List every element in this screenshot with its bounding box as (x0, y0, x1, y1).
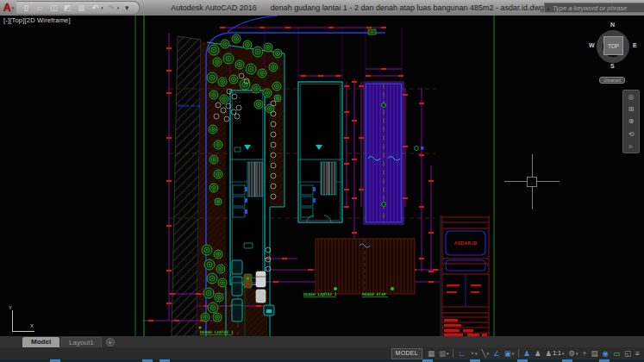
crosshair-pickbox (527, 177, 537, 187)
status-annotation-scale[interactable]: ♟1:1▾ (544, 348, 566, 359)
viewcube[interactable]: N S W E TOP Unnamed (588, 22, 640, 88)
new-file-icon[interactable]: ▯ (20, 3, 32, 13)
label-denah-lantai-1: DENAH LANTAI 1 (200, 330, 234, 334)
status-annotation-autoscale[interactable]: ♟ (533, 348, 543, 359)
tab-layout1[interactable]: Layout1 (61, 337, 101, 347)
roof-plan (364, 82, 403, 224)
status-ortho-mode[interactable]: ∟ (456, 348, 466, 359)
redo-icon[interactable]: ↷ (105, 3, 117, 13)
search-placeholder: Type a keyword or phrase (553, 4, 644, 12)
pan-icon[interactable]: ⊞ (628, 105, 635, 113)
label-median-jalan: MEDIAN JALAN (178, 104, 200, 108)
crosshair-cursor (537, 181, 560, 182)
undo-caret[interactable]: ▾ (101, 5, 103, 10)
status-clean-screen[interactable]: ◱ (622, 348, 633, 359)
plot-icon[interactable]: ▦ (75, 3, 87, 13)
ucs-x-label: X (30, 323, 34, 328)
save-as-icon[interactable]: ◩ (61, 3, 73, 13)
viewcube-south[interactable]: S (610, 63, 615, 69)
status-graphics-performance[interactable]: ◉ (601, 348, 610, 359)
navigation-bar[interactable]: ◎⊞⊕⟲▹ (622, 90, 640, 153)
ucs-icon: Y X (7, 308, 43, 335)
autocad-window: A ▾ ▯▱◫◩▦↶▾↷▾▾ Autodesk AutoCAD 2016 den… (0, 0, 644, 362)
status-customization-plus[interactable]: + (581, 348, 589, 359)
autocad-logo-icon: A (3, 2, 11, 14)
title-block-brand: ASDAR.ID (454, 240, 478, 246)
status-annotation-visibility[interactable]: ♟ (522, 348, 532, 359)
status-separator (453, 349, 453, 358)
navigation-wheel-icon[interactable]: ◎ (628, 93, 635, 101)
crosshair-cursor (532, 187, 533, 209)
car-white (256, 290, 266, 303)
building-b-plan (298, 82, 342, 222)
title-bar: A ▾ ▯▱◫◩▦↶▾↷▾▾ Autodesk AutoCAD 2016 den… (0, 0, 644, 16)
status-bar: MODEL ▦▦▾∟◔▾╲▾∠▣▾♟♟♟1:1▾⚙▾+▤◉▭◱≡ (0, 347, 644, 359)
qat-menu-icon[interactable]: ▾ (121, 3, 133, 13)
building-a-plan (230, 90, 265, 284)
status-quick-properties[interactable]: ▤ (590, 348, 600, 359)
status-polar-tracking[interactable]: ◔▾ (468, 348, 479, 359)
ucs-y-label: Y (9, 305, 12, 310)
add-layout-button[interactable]: + (106, 338, 115, 346)
ucs-y-axis (12, 310, 13, 331)
status-grid-display[interactable]: ▦ (426, 348, 436, 359)
status-object-snap[interactable]: ▣▾ (503, 348, 516, 359)
label-denah-atap: DENAH ATAP (362, 292, 386, 296)
crosshair-cursor (532, 154, 533, 177)
viewcube-north[interactable]: N (610, 22, 615, 28)
open-file-icon[interactable]: ▱ (34, 3, 46, 13)
label-denah-lantai-2: DENAH LANTAI 2 (303, 292, 337, 296)
document-title: denah gudang lantai 1 - 2 dan denah atap… (271, 3, 544, 12)
layout-tabs-bar: Model Layout1 + (0, 336, 644, 347)
viewcube-top-face[interactable]: TOP (603, 36, 623, 55)
road-hatch (172, 36, 201, 336)
search-input[interactable]: ▸ Type a keyword or phrase ◎ (544, 3, 644, 13)
tab-model[interactable]: Model (22, 337, 59, 347)
viewcube-ucs-menu[interactable]: Unnamed (599, 77, 625, 84)
status-annotation-monitor[interactable]: ▭ (611, 348, 622, 359)
point-marker (415, 147, 424, 151)
title-bar-right: ▸ Type a keyword or phrase ◎ ♟ Sign In ▾… (544, 0, 644, 16)
ucs-x-axis (12, 331, 34, 332)
crosshair-cursor (504, 181, 527, 182)
status-object-snap-tracking[interactable]: ∠ (491, 348, 502, 359)
search-expand-icon[interactable]: ▸ (547, 5, 550, 11)
viewport-controls[interactable]: [-][Top][2D Wireframe] (3, 16, 71, 24)
drawing-canvas[interactable]: MEDIAN JALAN DENAH LANTAI 1 DENAH LANTAI… (0, 16, 644, 336)
quick-access-toolbar: ▯▱◫◩▦↶▾↷▾▾ (16, 1, 140, 15)
status-workspace-switching[interactable]: ⚙▾ (566, 348, 579, 359)
zoom-icon[interactable]: ⊕ (628, 117, 635, 125)
orbit-icon[interactable]: ⟲ (628, 130, 635, 138)
chevron-down-icon: ▾ (12, 5, 15, 10)
redo-caret[interactable]: ▾ (117, 5, 120, 10)
car-white (256, 272, 266, 287)
site-plan-drawing: MEDIAN JALAN DENAH LANTAI 1 DENAH LANTAI… (0, 16, 644, 336)
title-block: ASDAR.ID (441, 215, 489, 336)
canopy-roof (316, 239, 415, 294)
save-icon[interactable]: ◫ (47, 3, 59, 13)
viewcube-east[interactable]: E (633, 42, 637, 48)
show-motion-icon[interactable]: ▹ (629, 142, 633, 150)
viewcube-west[interactable]: W (589, 42, 595, 48)
status-separator (518, 349, 519, 358)
model-space-button[interactable]: MODEL (391, 348, 422, 359)
status-bar-icons: MODEL ▦▦▾∟◔▾╲▾∠▣▾♟♟♟1:1▾⚙▾+▤◉▭◱≡ (391, 348, 642, 359)
car-olive (244, 274, 252, 288)
app-title: Autodesk AutoCAD 2016 (171, 3, 257, 12)
app-menu-button[interactable]: A ▾ (0, 2, 16, 14)
undo-icon[interactable]: ↶ (89, 3, 101, 13)
status-snap-mode[interactable]: ▦▾ (437, 348, 451, 359)
status-isometric-drafting[interactable]: ╲▾ (479, 348, 491, 359)
status-customization-menu[interactable]: ≡ (634, 348, 641, 359)
